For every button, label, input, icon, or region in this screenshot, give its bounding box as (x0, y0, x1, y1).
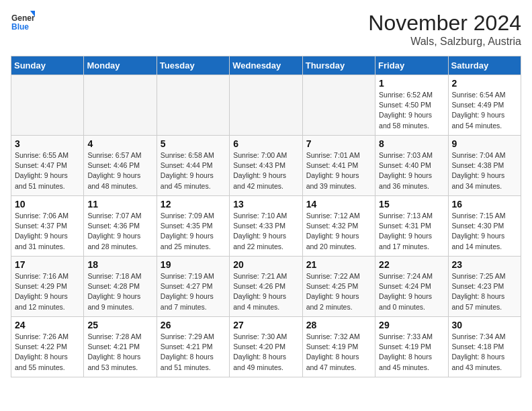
day-info: Sunrise: 7:07 AM Sunset: 4:36 PM Dayligh… (87, 211, 152, 252)
calendar-cell: 23Sunrise: 7:25 AM Sunset: 4:23 PM Dayli… (448, 257, 521, 317)
day-info: Sunrise: 6:52 AM Sunset: 4:50 PM Dayligh… (379, 90, 444, 131)
calendar-title: November 2024 (368, 11, 521, 36)
day-info: Sunrise: 7:10 AM Sunset: 4:33 PM Dayligh… (233, 211, 298, 252)
calendar-day-header: Tuesday (157, 56, 229, 75)
day-number: 11 (87, 199, 152, 210)
calendar-cell: 18Sunrise: 7:18 AM Sunset: 4:28 PM Dayli… (84, 257, 157, 317)
calendar-week-row: 17Sunrise: 7:16 AM Sunset: 4:29 PM Dayli… (11, 257, 521, 317)
logo-svg: General Blue (11, 11, 35, 35)
calendar-cell: 28Sunrise: 7:32 AM Sunset: 4:19 PM Dayli… (302, 317, 375, 377)
day-info: Sunrise: 7:16 AM Sunset: 4:29 PM Dayligh… (15, 271, 80, 312)
day-info: Sunrise: 7:33 AM Sunset: 4:19 PM Dayligh… (379, 332, 444, 373)
day-number: 24 (15, 320, 80, 330)
day-info: Sunrise: 7:32 AM Sunset: 4:19 PM Dayligh… (306, 332, 371, 373)
day-number: 1 (379, 78, 444, 89)
header: General Blue November 2024 Wals, Salzbur… (11, 11, 521, 48)
day-number: 8 (379, 138, 444, 149)
calendar-cell: 2Sunrise: 6:54 AM Sunset: 4:49 PM Daylig… (448, 75, 521, 136)
calendar-cell: 15Sunrise: 7:13 AM Sunset: 4:31 PM Dayli… (375, 196, 448, 257)
day-info: Sunrise: 6:57 AM Sunset: 4:46 PM Dayligh… (87, 150, 152, 191)
day-number: 25 (87, 320, 152, 330)
calendar-week-row: 10Sunrise: 7:06 AM Sunset: 4:37 PM Dayli… (11, 196, 521, 257)
day-number: 20 (233, 259, 298, 270)
day-info: Sunrise: 7:15 AM Sunset: 4:30 PM Dayligh… (452, 211, 517, 252)
calendar-week-row: 1Sunrise: 6:52 AM Sunset: 4:50 PM Daylig… (11, 75, 521, 136)
day-number: 3 (15, 138, 80, 149)
day-number: 27 (233, 320, 298, 330)
calendar-cell: 17Sunrise: 7:16 AM Sunset: 4:29 PM Dayli… (11, 257, 84, 317)
calendar-cell: 14Sunrise: 7:12 AM Sunset: 4:32 PM Dayli… (302, 196, 375, 257)
calendar-cell: 22Sunrise: 7:24 AM Sunset: 4:24 PM Dayli… (375, 257, 448, 317)
day-info: Sunrise: 7:29 AM Sunset: 4:21 PM Dayligh… (161, 332, 226, 373)
day-number: 12 (161, 199, 226, 210)
day-info: Sunrise: 7:18 AM Sunset: 4:28 PM Dayligh… (87, 271, 152, 312)
logo: General Blue (11, 11, 35, 35)
calendar-cell: 16Sunrise: 7:15 AM Sunset: 4:30 PM Dayli… (448, 196, 521, 257)
day-number: 18 (87, 259, 152, 270)
day-info: Sunrise: 7:22 AM Sunset: 4:25 PM Dayligh… (306, 271, 371, 312)
day-info: Sunrise: 7:25 AM Sunset: 4:23 PM Dayligh… (452, 271, 517, 312)
day-info: Sunrise: 6:54 AM Sunset: 4:49 PM Dayligh… (452, 90, 517, 131)
day-info: Sunrise: 7:19 AM Sunset: 4:27 PM Dayligh… (161, 271, 226, 312)
calendar-cell: 27Sunrise: 7:30 AM Sunset: 4:20 PM Dayli… (230, 317, 302, 377)
day-info: Sunrise: 7:12 AM Sunset: 4:32 PM Dayligh… (306, 211, 371, 252)
calendar-cell: 6Sunrise: 7:00 AM Sunset: 4:43 PM Daylig… (230, 136, 302, 196)
day-info: Sunrise: 7:03 AM Sunset: 4:40 PM Dayligh… (379, 150, 444, 191)
day-info: Sunrise: 7:01 AM Sunset: 4:41 PM Dayligh… (306, 150, 371, 191)
day-number: 10 (15, 199, 80, 210)
day-info: Sunrise: 6:55 AM Sunset: 4:47 PM Dayligh… (15, 150, 80, 191)
calendar-day-header: Monday (84, 56, 157, 75)
day-number: 4 (87, 138, 152, 149)
day-info: Sunrise: 7:26 AM Sunset: 4:22 PM Dayligh… (15, 332, 80, 373)
day-number: 5 (161, 138, 226, 149)
calendar-cell: 24Sunrise: 7:26 AM Sunset: 4:22 PM Dayli… (11, 317, 84, 377)
day-info: Sunrise: 7:00 AM Sunset: 4:43 PM Dayligh… (233, 150, 298, 191)
day-info: Sunrise: 7:24 AM Sunset: 4:24 PM Dayligh… (379, 271, 444, 312)
calendar-cell: 26Sunrise: 7:29 AM Sunset: 4:21 PM Dayli… (157, 317, 229, 377)
day-number: 28 (306, 320, 371, 330)
calendar-day-header: Thursday (302, 56, 375, 75)
calendar-cell (11, 75, 84, 136)
calendar-cell (230, 75, 302, 136)
svg-text:General: General (11, 13, 35, 23)
calendar-cell (302, 75, 375, 136)
calendar-week-row: 24Sunrise: 7:26 AM Sunset: 4:22 PM Dayli… (11, 317, 521, 377)
calendar-body: 1Sunrise: 6:52 AM Sunset: 4:50 PM Daylig… (11, 75, 521, 377)
calendar-week-row: 3Sunrise: 6:55 AM Sunset: 4:47 PM Daylig… (11, 136, 521, 196)
calendar-header-row: SundayMondayTuesdayWednesdayThursdayFrid… (11, 56, 521, 75)
calendar-cell: 10Sunrise: 7:06 AM Sunset: 4:37 PM Dayli… (11, 196, 84, 257)
day-info: Sunrise: 7:13 AM Sunset: 4:31 PM Dayligh… (379, 211, 444, 252)
day-number: 7 (306, 138, 371, 149)
calendar-cell: 11Sunrise: 7:07 AM Sunset: 4:36 PM Dayli… (84, 196, 157, 257)
day-info: Sunrise: 7:04 AM Sunset: 4:38 PM Dayligh… (452, 150, 517, 191)
day-number: 22 (379, 259, 444, 270)
day-number: 2 (452, 78, 517, 89)
calendar-cell: 9Sunrise: 7:04 AM Sunset: 4:38 PM Daylig… (448, 136, 521, 196)
day-number: 13 (233, 199, 298, 210)
day-number: 17 (15, 259, 80, 270)
calendar-cell: 5Sunrise: 6:58 AM Sunset: 4:44 PM Daylig… (157, 136, 229, 196)
calendar-cell: 19Sunrise: 7:19 AM Sunset: 4:27 PM Dayli… (157, 257, 229, 317)
calendar-cell (157, 75, 229, 136)
day-info: Sunrise: 7:09 AM Sunset: 4:35 PM Dayligh… (161, 211, 226, 252)
svg-text:Blue: Blue (11, 22, 29, 32)
calendar-cell: 13Sunrise: 7:10 AM Sunset: 4:33 PM Dayli… (230, 196, 302, 257)
day-number: 16 (452, 199, 517, 210)
calendar-cell: 29Sunrise: 7:33 AM Sunset: 4:19 PM Dayli… (375, 317, 448, 377)
calendar-cell: 7Sunrise: 7:01 AM Sunset: 4:41 PM Daylig… (302, 136, 375, 196)
calendar-cell: 3Sunrise: 6:55 AM Sunset: 4:47 PM Daylig… (11, 136, 84, 196)
day-info: Sunrise: 7:06 AM Sunset: 4:37 PM Dayligh… (15, 211, 80, 252)
day-number: 30 (452, 320, 517, 330)
day-info: Sunrise: 7:21 AM Sunset: 4:26 PM Dayligh… (233, 271, 298, 312)
day-number: 19 (161, 259, 226, 270)
calendar-day-header: Sunday (11, 56, 84, 75)
title-area: November 2024 Wals, Salzburg, Austria (368, 11, 521, 48)
calendar-cell: 1Sunrise: 6:52 AM Sunset: 4:50 PM Daylig… (375, 75, 448, 136)
calendar-cell: 8Sunrise: 7:03 AM Sunset: 4:40 PM Daylig… (375, 136, 448, 196)
day-info: Sunrise: 7:28 AM Sunset: 4:21 PM Dayligh… (87, 332, 152, 373)
day-info: Sunrise: 7:30 AM Sunset: 4:20 PM Dayligh… (233, 332, 298, 373)
calendar-day-header: Friday (375, 56, 448, 75)
day-number: 9 (452, 138, 517, 149)
calendar-cell: 4Sunrise: 6:57 AM Sunset: 4:46 PM Daylig… (84, 136, 157, 196)
calendar-cell: 21Sunrise: 7:22 AM Sunset: 4:25 PM Dayli… (302, 257, 375, 317)
